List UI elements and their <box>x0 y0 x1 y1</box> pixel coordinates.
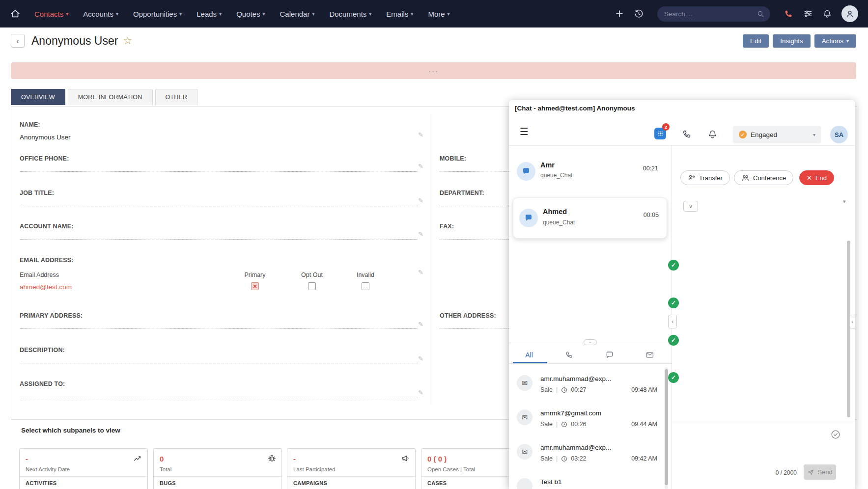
nav-item-more[interactable]: More▾ <box>428 10 449 18</box>
collapse-chevron-button[interactable]: ∨ <box>683 201 698 212</box>
collapse-right-handle[interactable]: ‹ <box>849 315 855 328</box>
insights-button[interactable]: Insights <box>773 34 811 48</box>
interaction-list-item[interactable]: Test b1 <box>509 473 664 489</box>
send-button[interactable]: Send <box>804 464 836 480</box>
invalid-checkbox[interactable] <box>362 282 369 290</box>
paper-plane-icon <box>807 468 814 476</box>
edit-button[interactable]: Edit <box>743 34 769 48</box>
interaction-contact: amr.muhammad@exp... <box>540 375 611 382</box>
bell-icon[interactable] <box>822 9 832 19</box>
nav-item-accounts[interactable]: Accounts▾ <box>83 10 118 18</box>
collapse-left-handle[interactable]: ‹ <box>668 315 677 328</box>
favorite-star-icon[interactable]: ☆ <box>123 35 132 47</box>
email-column-header: Email Address <box>20 272 79 278</box>
nav-item-calendar[interactable]: Calendar▾ <box>280 10 315 18</box>
pencil-icon[interactable]: ✎ <box>418 355 423 362</box>
chat-bubble-icon <box>517 162 535 181</box>
bell-icon[interactable] <box>707 129 718 139</box>
clock-icon <box>561 387 567 393</box>
user-avatar[interactable] <box>841 5 858 22</box>
interaction-meta: Sale | 00:27 <box>540 386 587 393</box>
interaction-list-item[interactable]: ✉ amr.muhammad@exp... Sale | 00:27 09:48… <box>509 370 664 405</box>
pencil-icon[interactable]: ✎ <box>418 321 423 328</box>
card-title: CASES <box>427 480 447 486</box>
agent-status-dropdown[interactable]: ✓ Engaged ▾ <box>733 126 821 143</box>
back-button[interactable]: ‹ <box>11 34 25 48</box>
field-label-name: NAME: <box>20 121 40 128</box>
end-button[interactable]: ✕ End <box>799 170 834 185</box>
hamburger-menu-icon[interactable]: ☰ <box>520 126 529 137</box>
card-subtitle: Total <box>160 466 171 472</box>
chevron-down-icon: ▾ <box>411 11 413 17</box>
chat-session-ahmed[interactable]: Ahmed queue_Chat 00:05 <box>513 197 667 239</box>
chevron-down-icon: ▾ <box>312 11 314 17</box>
search-input[interactable] <box>657 6 770 22</box>
chat-bubble-icon <box>605 351 614 359</box>
nav-item-leads[interactable]: Leads▾ <box>196 10 222 18</box>
card-value: 0 ( 0 ) <box>427 455 447 463</box>
resolve-check-circle-icon[interactable] <box>830 429 841 440</box>
check-glyph: ✓ <box>671 262 676 269</box>
interaction-duration: 03:22 <box>571 455 586 462</box>
sliders-icon[interactable] <box>803 9 813 19</box>
pencil-icon[interactable]: ✎ <box>418 197 423 204</box>
email-address-link[interactable]: ahmed@test.com <box>20 283 72 291</box>
collapse-chevron-icon: ‹ <box>851 319 853 325</box>
toolbar-divider <box>509 145 855 146</box>
pencil-icon[interactable]: ✎ <box>418 230 423 238</box>
opt-out-checkbox[interactable] <box>308 282 316 290</box>
conference-button[interactable]: Conference <box>734 170 793 185</box>
field-line <box>20 239 418 240</box>
search-icon[interactable] <box>756 10 765 18</box>
close-icon: ✕ <box>807 174 812 182</box>
history-icon[interactable] <box>634 9 644 19</box>
check-glyph: ✓ <box>741 132 745 137</box>
interaction-list-item[interactable]: ✉ amr.muhammad@exp... Sale | 03:22 09:42… <box>509 439 664 473</box>
subpanel-card-bugs[interactable]: 0 Total BUGS <box>153 448 282 489</box>
nav-item-documents[interactable]: Documents▾ <box>329 10 371 18</box>
nav-item-quotes[interactable]: Quotes▾ <box>236 10 265 18</box>
tab-chats[interactable] <box>589 347 630 363</box>
tab-calls[interactable] <box>549 347 589 363</box>
list-scrollbar[interactable] <box>665 369 668 485</box>
tab-overview[interactable]: OVERVIEW <box>11 89 65 105</box>
card-value: 0 <box>160 455 164 463</box>
card-divider <box>287 476 415 477</box>
expand-dots-button[interactable]: ··· <box>428 67 439 75</box>
nav-item-contacts[interactable]: Contacts▾ <box>34 10 68 18</box>
interaction-time: 09:42 AM <box>631 455 657 462</box>
chat-session-amr[interactable]: Amr queue_Chat 00:21 <box>509 152 671 190</box>
pencil-icon[interactable]: ✎ <box>418 389 423 396</box>
subpanel-card-campaigns[interactable]: - Last Participated CAMPAIGNS <box>287 448 416 489</box>
transfer-button[interactable]: Transfer <box>680 170 730 185</box>
field-line <box>20 397 418 397</box>
interaction-time: 09:44 AM <box>631 421 657 428</box>
quick-create-plus-icon[interactable] <box>615 9 624 19</box>
nav-item-emails[interactable]: Emails▾ <box>386 10 413 18</box>
subpanel-card-activities[interactable]: - Next Activity Date ACTIVITIES <box>19 448 148 489</box>
home-icon[interactable] <box>10 8 21 19</box>
agent-avatar[interactable]: SA <box>830 126 848 143</box>
envelope-glyph: ✉ <box>522 448 528 456</box>
pencil-icon[interactable]: ✎ <box>418 269 423 276</box>
insights-button-label: Insights <box>780 37 803 45</box>
tab-all[interactable]: All <box>509 347 549 363</box>
tab-more-information[interactable]: MORE INFORMATION <box>68 89 153 105</box>
pencil-icon[interactable]: ✎ <box>418 163 423 170</box>
tab-other[interactable]: OTHER <box>155 89 198 105</box>
tab-emails[interactable] <box>630 347 670 363</box>
phone-icon[interactable] <box>682 129 692 139</box>
primary-email-checkbox[interactable]: ✕ <box>251 282 259 290</box>
widget-title: [Chat - ahmed@test.com] Anonymous <box>515 105 635 112</box>
resize-drag-handle[interactable]: ≡ <box>584 339 597 345</box>
pencil-icon[interactable]: ✎ <box>418 131 423 138</box>
nav-item-label: Emails <box>386 10 408 18</box>
nav-item-opportunities[interactable]: Opportunities▾ <box>133 10 182 18</box>
phone-icon[interactable] <box>784 9 794 19</box>
subpanel-heading: Select which subpanels to view <box>21 427 120 434</box>
transcript-scrollbar[interactable] <box>847 241 850 417</box>
interaction-list-item[interactable]: ✉ amrmk7@gmail.com Sale | 00:26 09:44 AM <box>509 405 664 439</box>
field-label-office-phone: OFFICE PHONE: <box>20 155 69 162</box>
actions-button[interactable]: Actions▾ <box>814 34 856 48</box>
email-column-header: Opt Out <box>296 272 328 278</box>
